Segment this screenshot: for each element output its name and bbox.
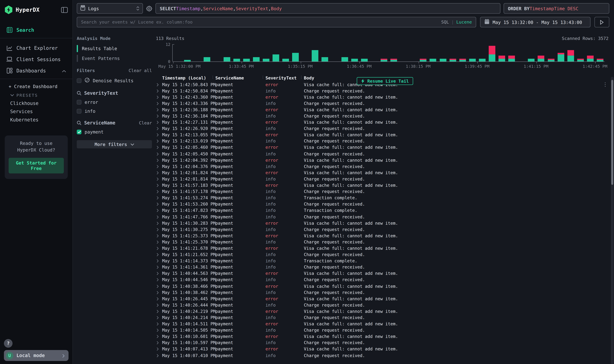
row-expand-chevron-icon[interactable]	[157, 121, 162, 124]
row-expand-chevron-icon[interactable]	[157, 102, 162, 105]
row-expand-chevron-icon[interactable]	[157, 335, 162, 338]
log-row[interactable]: May 15 1:42:50.834 PMpaymentinfoCharge r…	[156, 88, 611, 94]
log-row[interactable]: May 15 1:42:04.392 PMpaymenterrorVisa ca…	[156, 157, 611, 163]
log-row[interactable]: May 15 1:40:14.505 PMpaymentinfoCharge r…	[156, 327, 611, 334]
preset-services[interactable]: Services	[0, 107, 72, 116]
row-expand-chevron-icon[interactable]	[157, 95, 162, 99]
row-expand-chevron-icon[interactable]	[157, 190, 162, 194]
log-row[interactable]: May 15 1:40:24.214 PMpaymentinfoCharge r…	[156, 315, 611, 321]
log-row[interactable]: May 15 1:41:14.361 PMpaymentinfoCharge r…	[156, 264, 611, 270]
row-expand-chevron-icon[interactable]	[157, 165, 162, 168]
histogram-bar[interactable]	[479, 59, 485, 62]
log-row[interactable]: May 15 1:42:36.188 PMpaymenterrorVisa ca…	[156, 107, 611, 113]
checkbox[interactable]	[77, 100, 81, 104]
sidebar-item-client-sessions[interactable]: Client Sessions	[0, 54, 72, 65]
table-options-kebab-icon[interactable]: ⋮	[603, 81, 608, 87]
log-row[interactable]: May 15 1:42:13.055 PMpaymenterrorVisa ca…	[156, 132, 611, 138]
mode-event-patterns[interactable]: Event Patterns	[77, 55, 152, 62]
log-row[interactable]: May 15 1:40:44.546 PMpaymentinfoCharge r…	[156, 277, 611, 283]
row-expand-chevron-icon[interactable]	[157, 284, 162, 288]
row-expand-chevron-icon[interactable]	[157, 127, 162, 130]
log-row[interactable]: May 15 1:41:30.275 PMpaymentinfoCharge r…	[156, 226, 611, 233]
log-row[interactable]: May 15 1:42:43.360 PMpaymenterrorVisa ca…	[156, 94, 611, 100]
denoise-results-toggle[interactable]: Denoise Results	[77, 77, 152, 84]
histogram-bar[interactable]	[567, 50, 574, 62]
log-row[interactable]: May 15 1:41:53.274 PMpaymentinfoTransact…	[156, 195, 611, 201]
histogram-bar[interactable]	[292, 53, 299, 62]
histogram-bar[interactable]	[420, 59, 427, 62]
col-timestamp[interactable]: Timestamp (Local)	[162, 76, 215, 81]
row-expand-chevron-icon[interactable]	[157, 316, 162, 320]
histogram-bar[interactable]	[538, 56, 545, 62]
log-row[interactable]: May 15 1:41:25.370 PMpaymentinfoCharge r…	[156, 239, 611, 245]
log-row[interactable]: May 15 1:40:44.563 PMpaymenterrorVisa ca…	[156, 270, 611, 277]
presets-toggle[interactable]: PRESETS	[0, 91, 72, 99]
log-row[interactable]: May 15 1:40:07.410 PMpaymentinfoCharge r…	[156, 352, 611, 359]
log-row[interactable]: May 15 1:40:24.219 PMpaymenterrorVisa ca…	[156, 308, 611, 314]
log-row[interactable]: May 15 1:40:26.445 PMpaymenterrorVisa ca…	[156, 296, 611, 302]
log-row[interactable]: May 15 1:41:30.283 PMpaymenterrorVisa ca…	[156, 220, 611, 226]
create-dashboard-button[interactable]: + Create Dashboard	[0, 81, 72, 91]
log-row[interactable]: May 15 1:41:47.823 PMpaymentinfoTransact…	[156, 208, 611, 214]
column-drag-handle[interactable]: ⋮	[261, 75, 265, 79]
row-expand-chevron-icon[interactable]	[157, 265, 162, 269]
row-expand-chevron-icon[interactable]	[157, 228, 162, 231]
gear-icon[interactable]	[146, 5, 152, 12]
row-expand-chevron-icon[interactable]	[157, 89, 162, 93]
order-by-editor[interactable]: ORDER BY TimestampTime DESC	[504, 3, 609, 14]
log-row[interactable]: May 15 1:41:57.183 PMpaymenterrorVisa ca…	[156, 182, 611, 189]
lang-toggle-sql[interactable]: SQL	[441, 20, 449, 25]
log-row[interactable]: May 15 1:42:13.019 PMpaymentinfoCharge r…	[156, 138, 611, 144]
histogram-bar[interactable]	[282, 59, 289, 62]
row-expand-chevron-icon[interactable]	[157, 341, 162, 345]
get-started-button[interactable]: Get Started for Free	[9, 157, 64, 173]
row-expand-chevron-icon[interactable]	[157, 83, 162, 86]
row-expand-chevron-icon[interactable]	[157, 184, 162, 187]
log-row[interactable]: May 15 1:40:07.413 PMpaymenterrorVisa ca…	[156, 346, 611, 352]
histogram-bar[interactable]	[351, 59, 358, 62]
mode-results-table[interactable]: Results Table	[77, 45, 152, 52]
histogram-bar[interactable]	[440, 59, 446, 62]
more-filters-button[interactable]: More filters	[77, 140, 152, 148]
local-mode-button[interactable]: U Local mode	[4, 350, 68, 361]
histogram-bar[interactable]	[597, 59, 603, 62]
histogram-bar[interactable]	[233, 59, 240, 62]
filter-option-info[interactable]: info	[77, 108, 152, 114]
checkbox[interactable]	[77, 130, 81, 134]
row-expand-chevron-icon[interactable]	[157, 108, 162, 112]
row-expand-chevron-icon[interactable]	[157, 348, 162, 351]
histogram-bar[interactable]	[223, 57, 230, 62]
row-expand-chevron-icon[interactable]	[157, 297, 162, 300]
histogram-bar[interactable]	[390, 59, 397, 62]
row-expand-chevron-icon[interactable]	[157, 203, 162, 206]
histogram-bar[interactable]	[449, 59, 456, 62]
log-row[interactable]: May 15 1:40:10.601 PMpaymenterrorVisa ca…	[156, 334, 611, 340]
histogram-bar[interactable]	[204, 57, 210, 62]
row-expand-chevron-icon[interactable]	[157, 146, 162, 149]
log-row[interactable]: May 15 1:41:21.652 PMpaymentinfoCharge r…	[156, 251, 611, 258]
filter-group-clear-button[interactable]: Clear	[139, 120, 152, 125]
log-row[interactable]: May 15 1:42:26.920 PMpaymentinfoCharge r…	[156, 126, 611, 132]
log-row[interactable]: May 15 1:42:43.336 PMpaymentinfoCharge r…	[156, 100, 611, 107]
column-drag-handle[interactable]: ⋮	[300, 75, 303, 79]
histogram-bar[interactable]	[430, 59, 436, 62]
filter-option-payment[interactable]: payment	[77, 129, 152, 135]
row-expand-chevron-icon[interactable]	[157, 240, 162, 244]
row-expand-chevron-icon[interactable]	[157, 152, 162, 156]
checkbox[interactable]	[77, 109, 81, 114]
log-row[interactable]: May 15 1:42:01.814 PMpaymentinfoCharge r…	[156, 176, 611, 182]
histogram-bar[interactable]	[489, 46, 495, 62]
histogram-bar[interactable]	[341, 57, 348, 62]
histogram-bar[interactable]	[380, 59, 387, 62]
col-servicename[interactable]: ⋮ServiceName	[215, 76, 266, 81]
histogram-bar[interactable]	[577, 59, 584, 62]
col-body[interactable]: ⋮Body	[304, 76, 611, 81]
row-expand-chevron-icon[interactable]	[157, 253, 162, 256]
resume-live-tail-button[interactable]: Resume Live Tail	[357, 77, 413, 85]
log-row[interactable]: May 15 1:41:25.373 PMpaymenterrorVisa ca…	[156, 233, 611, 239]
log-row[interactable]: May 15 1:41:21.678 PMpaymenterrorVisa ca…	[156, 245, 611, 251]
denoise-checkbox[interactable]	[77, 78, 81, 83]
row-expand-chevron-icon[interactable]	[157, 196, 162, 200]
row-expand-chevron-icon[interactable]	[157, 329, 162, 332]
row-expand-chevron-icon[interactable]	[157, 171, 162, 175]
